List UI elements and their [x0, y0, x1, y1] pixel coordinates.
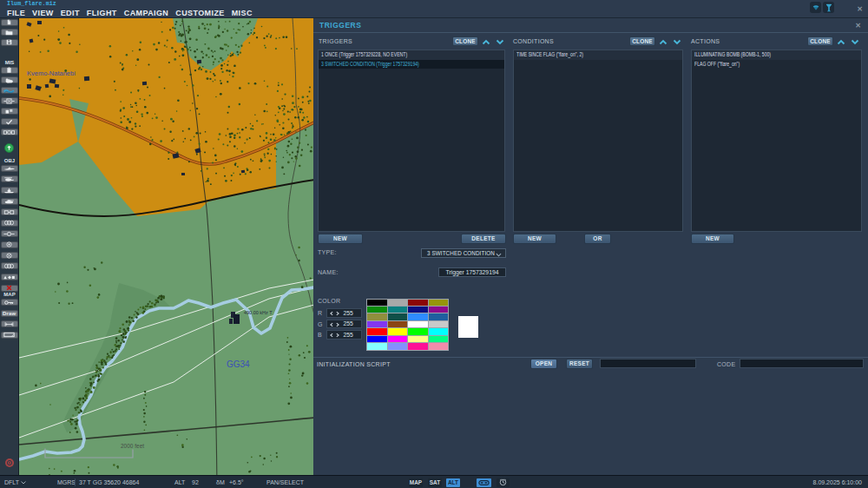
svg-text:2000 feet: 2000 feet	[121, 443, 144, 449]
svg-text:490.00 kHz T: 490.00 kHz T	[244, 310, 273, 315]
svg-text:Kvemo-Natanebi: Kvemo-Natanebi	[27, 69, 76, 77]
svg-text:GG34: GG34	[227, 359, 250, 369]
